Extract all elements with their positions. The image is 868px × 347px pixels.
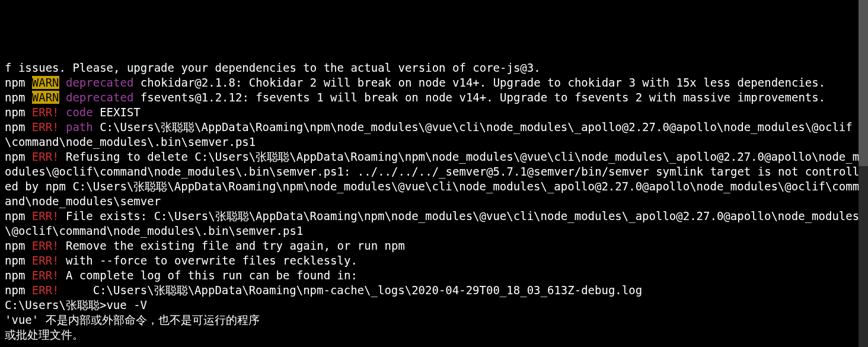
output-line: npm ERR! File exists: C:\Users\张聪聪\AppDa… bbox=[5, 209, 863, 238]
output-line: npm ERR! code EEXIST bbox=[5, 105, 863, 120]
err-badge: ERR! bbox=[32, 150, 59, 163]
err-badge: ERR! bbox=[32, 254, 59, 267]
output-line: npm ERR! Remove the existing file and tr… bbox=[5, 238, 863, 253]
err-badge: ERR! bbox=[32, 209, 59, 222]
output-line: 'vue' 不是内部或外部命令，也不是可运行的程序 bbox=[5, 313, 863, 327]
warn-badge: WARN bbox=[32, 91, 59, 104]
output-line: f issues. Please, upgrade your dependenc… bbox=[5, 61, 863, 75]
scrollbar-thumb[interactable] bbox=[859, 0, 868, 166]
err-badge: ERR! bbox=[32, 284, 59, 297]
output-line: npm ERR! C:\Users\张聪聪\AppData\Roaming\np… bbox=[5, 283, 863, 298]
output-line: npm WARN deprecated fsevents@1.2.12: fse… bbox=[5, 90, 863, 105]
err-badge: ERR! bbox=[32, 120, 59, 133]
scrollbar-track[interactable] bbox=[859, 0, 868, 347]
err-badge: ERR! bbox=[32, 106, 59, 119]
terminal-output[interactable]: f issues. Please, upgrade your dependenc… bbox=[5, 61, 863, 342]
output-line: npm ERR! Refusing to delete C:\Users\张聪聪… bbox=[5, 149, 863, 209]
output-line: 或批处理文件。 bbox=[5, 327, 863, 342]
output-line: npm ERR! path C:\Users\张聪聪\AppData\Roami… bbox=[5, 120, 863, 149]
prompt-line: C:\Users\张聪聪>vue -V bbox=[5, 298, 863, 313]
err-badge: ERR! bbox=[32, 239, 59, 252]
err-badge: ERR! bbox=[32, 269, 59, 282]
output-line: npm ERR! A complete log of this run can … bbox=[5, 268, 863, 283]
warn-badge: WARN bbox=[32, 76, 59, 89]
output-line: npm WARN deprecated chokidar@2.1.8: Chok… bbox=[5, 75, 863, 90]
output-line: npm ERR! with --force to overwrite files… bbox=[5, 253, 863, 268]
